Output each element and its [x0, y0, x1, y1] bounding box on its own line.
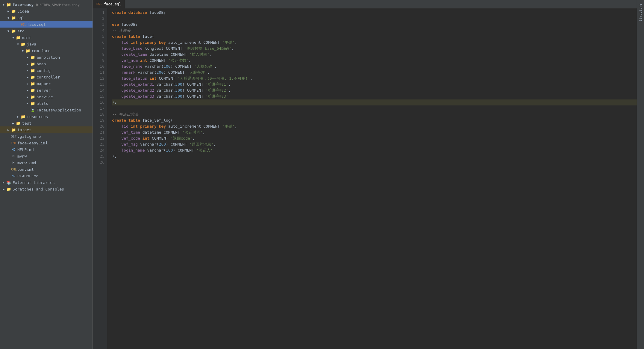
code-line-4: -- 人脸表: [112, 28, 637, 34]
label-face-sql: face.sql: [27, 22, 46, 27]
tree-item-src[interactable]: ▼ 📁 src: [0, 28, 93, 34]
arrow-ext-libs: ▶: [1, 181, 6, 184]
code-content[interactable]: create database faceDB; use faceDB; -- 人…: [107, 8, 637, 349]
tree-item-service[interactable]: ▶ 📁 service: [0, 93, 93, 100]
folder-icon-test: 📁: [16, 121, 21, 126]
tree-item-mvnw[interactable]: M mvnw: [0, 153, 93, 159]
tab-bar: SQL face.sql: [93, 0, 637, 8]
arrow-scratches: ▶: [1, 188, 6, 191]
code-line-10: face_name varchar(100) COMMENT '人脸名称',: [112, 64, 637, 70]
tree-item-external-libs[interactable]: ▶ 📚 External Libraries: [0, 179, 93, 186]
tree-item-server[interactable]: ▶ 📁 server: [0, 87, 93, 93]
folder-icon-main: 📁: [16, 35, 21, 40]
code-line-9: vef_num int COMMENT '验证次数',: [112, 58, 637, 64]
tree-item-iml[interactable]: IML face-easy.iml: [0, 140, 93, 146]
code-line-7: face_base longtext COMMENT '图片数据 base_64…: [112, 46, 637, 52]
label-server: server: [37, 88, 51, 93]
tree-item-face-sql[interactable]: SQL face.sql: [0, 21, 93, 28]
tab-sql-icon: SQL: [96, 2, 102, 6]
tree-item-test[interactable]: ▶ 📁 test: [0, 120, 93, 126]
tree-item-mapper[interactable]: ▶ 📁 mapper: [0, 80, 93, 87]
label-scratches: Scratches and Consoles: [13, 187, 64, 191]
label-annotation: annotation: [37, 55, 60, 60]
line-num-8: 8: [94, 52, 104, 58]
line-num-17: 17: [94, 105, 104, 111]
tree-item-target[interactable]: ▶ 📁 target: [0, 126, 93, 133]
tree-item-face-easy-app[interactable]: 🍃 FaceEasyApplication: [0, 107, 93, 113]
tree-item-config[interactable]: ▶ 📁 config: [0, 67, 93, 74]
folder-icon: 📁: [6, 2, 11, 7]
folder-icon-src: 📁: [11, 29, 16, 33]
folder-icon-server: 📁: [30, 88, 35, 93]
tree-root[interactable]: ▼ 📁 face-easy D:\IDEA_SPAN\face-easy: [0, 1, 93, 8]
arrow-config: ▶: [25, 69, 30, 72]
tree-item-java[interactable]: ▼ 📁 java: [0, 41, 93, 47]
line-num-21: 21: [94, 129, 104, 135]
tree-item-bean[interactable]: ▶ 📁 bean: [0, 61, 93, 67]
file-icon-mvnw-cmd: M: [11, 161, 16, 165]
line-num-2: 2: [94, 16, 104, 22]
tree-item-sql[interactable]: ▼ 📁 sql: [0, 14, 93, 21]
tree-item-help-md[interactable]: MD HELP.md: [0, 146, 93, 153]
folder-icon-utils: 📁: [30, 101, 35, 106]
line-numbers-gutter: 1 2 3 4 5 6 7 8 9 10 11 12 13 14 15 16 1…: [93, 8, 107, 349]
code-line-2: [112, 16, 637, 22]
tree-item-mvnw-cmd[interactable]: M mvnw.cmd: [0, 159, 93, 166]
line-num-6: 6: [94, 40, 104, 46]
code-line-16: );: [112, 99, 637, 105]
arrow-resources: ▶: [16, 115, 20, 118]
line-num-24: 24: [94, 147, 104, 153]
tree-item-main[interactable]: ▼ 📁 main: [0, 34, 93, 41]
line-num-12: 12: [94, 75, 104, 81]
folder-icon-annotation: 📁: [30, 55, 35, 60]
arrow-target: ▶: [6, 128, 11, 132]
tree-item-controller[interactable]: ▶ 📁 controller: [0, 74, 93, 80]
tree-item-scratches[interactable]: ▶ 📁 Scratches and Consoles: [0, 186, 93, 192]
line-num-10: 10: [94, 64, 104, 70]
arrow-annotation: ▶: [25, 56, 30, 59]
tree-item-readme-md[interactable]: MD README.md: [0, 173, 93, 179]
activity-bar: Structure: [637, 0, 644, 349]
label-resources: resources: [27, 114, 48, 119]
tree-item-idea[interactable]: ▶ 📁 .idea: [0, 8, 93, 14]
line-num-22: 22: [94, 135, 104, 141]
tree-item-resources[interactable]: ▶ 📁 resources: [0, 113, 93, 120]
tree-item-annotation[interactable]: ▶ 📁 annotation: [0, 54, 93, 61]
code-line-11: remark varchar(200) COMMENT '人脸备注',: [112, 70, 637, 75]
arrow-service: ▶: [25, 95, 30, 99]
root-label: face-easy D:\IDEA_SPAN\face-easy: [13, 2, 80, 7]
tree-item-utils[interactable]: ▶ 📁 utils: [0, 100, 93, 107]
line-num-15: 15: [94, 93, 104, 99]
folder-icon-bean: 📁: [30, 62, 35, 66]
arrow-main: ▼: [11, 36, 16, 39]
code-line-24: login_name varchar(100) COMMENT '验证人': [112, 147, 637, 153]
line-num-11: 11: [94, 70, 104, 75]
arrow-idea: ▶: [6, 10, 11, 13]
code-line-8: create_time datetime COMMENT '插入时间',: [112, 52, 637, 58]
line-num-7: 7: [94, 46, 104, 52]
label-mvnw-cmd: mvnw.cmd: [17, 161, 36, 165]
code-line-26: [112, 159, 637, 165]
code-line-6: fid int primary key auto_increment COMME…: [112, 40, 637, 46]
line-num-25: 25: [94, 153, 104, 159]
folder-icon-controller: 📁: [30, 75, 35, 79]
label-pom-xml: pom.xml: [17, 167, 34, 172]
label-external-libs: External Libraries: [13, 180, 55, 185]
label-controller: controller: [37, 75, 60, 79]
tree-item-com-face[interactable]: ▼ 📁 com.face: [0, 47, 93, 54]
folder-icon-sql: 📁: [11, 16, 16, 20]
line-num-3: 3: [94, 22, 104, 28]
folder-icon-idea: 📁: [11, 9, 16, 13]
spring-icon: 🍃: [30, 108, 35, 112]
code-line-25: );: [112, 153, 637, 159]
tab-face-sql[interactable]: SQL face.sql: [93, 0, 125, 8]
folder-icon-mapper: 📁: [30, 81, 35, 86]
code-editor[interactable]: 1 2 3 4 5 6 7 8 9 10 11 12 13 14 15 16 1…: [93, 8, 637, 349]
tree-item-gitignore[interactable]: GIT .gitignore: [0, 133, 93, 140]
tree-item-pom-xml[interactable]: XML pom.xml: [0, 166, 93, 173]
code-line-12: face_status int COMMENT '人脸是否可用，(0==可用, …: [112, 75, 637, 81]
arrow-bean: ▶: [25, 62, 30, 66]
label-gitignore: .gitignore: [17, 134, 41, 139]
arrow-mapper: ▶: [25, 82, 30, 85]
label-main: main: [22, 35, 31, 40]
